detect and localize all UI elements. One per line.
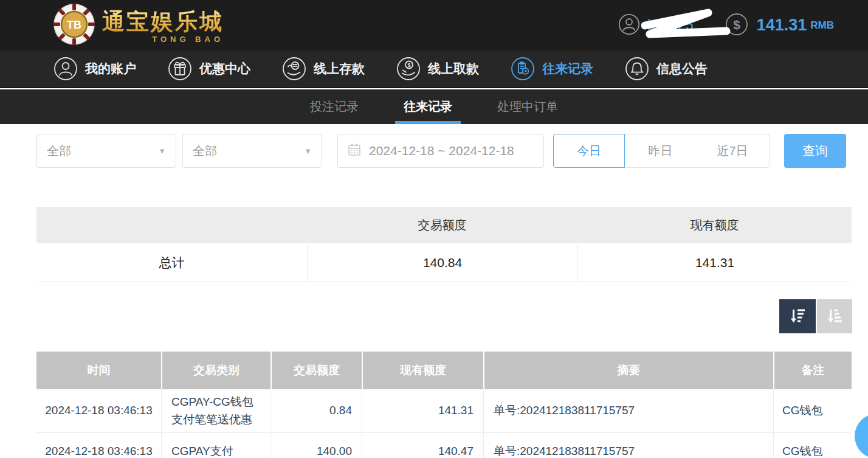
date-range-input[interactable]: 2024-12-18 ~ 2024-12-18 [337, 134, 544, 168]
top-header: TB 通宝娱乐城 TONG BAO bc7325 [0, 0, 868, 50]
sort-descending-button[interactable] [779, 299, 816, 333]
page: TB 通宝娱乐城 TONG BAO bc7325 [0, 0, 868, 458]
withdraw-icon: $ [396, 57, 421, 81]
select-value: 全部 [47, 143, 71, 159]
summary-table: 交易额度 现有额度 总计 140.84 141.31 [36, 207, 852, 282]
nav-item-promotions[interactable]: 优惠中心 [168, 57, 250, 81]
header-type: 交易类别 [161, 352, 270, 389]
records-table-header: 时间 交易类别 交易额度 现有额度 摘要 备注 [36, 352, 852, 389]
logo-subtitle: TONG BAO [102, 35, 224, 44]
nav-label: 我的账户 [85, 60, 136, 77]
header-amount: 交易额度 [270, 352, 362, 389]
last7days-button[interactable]: 近7日 [696, 134, 770, 168]
records-icon [511, 57, 535, 81]
total-balance: 141.31 [577, 243, 852, 282]
cell-note: CG钱包 [773, 389, 852, 432]
sort-ascending-icon [825, 307, 844, 325]
account-chip[interactable]: bc7325 [618, 13, 693, 38]
main-nav: 我的账户 优惠中心 [0, 50, 868, 88]
username-redacted: bc7325 [647, 17, 693, 33]
nav-item-my-account[interactable]: 我的账户 [53, 57, 136, 81]
search-button[interactable]: 查询 [784, 134, 846, 168]
tab-processing-orders[interactable]: 处理中订单 [492, 89, 563, 124]
logo-title: 通宝娱乐城 [102, 7, 224, 37]
cell-amount: 0.84 [270, 389, 362, 432]
category-select-1[interactable]: 全部 ▼ [36, 134, 176, 168]
cell-type: CGPAY支付 [161, 433, 270, 458]
nav-item-withdraw[interactable]: $ 线上取款 [396, 57, 479, 81]
header-note: 备注 [773, 352, 852, 389]
summary-header-amount: 交易额度 [307, 217, 577, 234]
tab-transaction-records[interactable]: 往来记录 [399, 89, 457, 124]
header-summary: 摘要 [483, 352, 773, 389]
cell-note: CG钱包 [773, 433, 852, 458]
calendar-icon [348, 143, 361, 159]
dollar-coin-icon: $ [725, 13, 748, 38]
deposit-icon [282, 57, 306, 81]
nav-item-records[interactable]: 往来记录 [511, 57, 593, 81]
cell-type: CGPAY-CG钱包支付笔笔送优惠 [161, 389, 270, 432]
site-logo[interactable]: TB 通宝娱乐城 TONG BAO [52, 2, 224, 49]
balance-amount: 141.31 [757, 16, 807, 35]
table-row: 2024-12-18 03:46:13 CGPAY-CG钱包支付笔笔送优惠 0.… [36, 389, 852, 433]
date-range-value: 2024-12-18 ~ 2024-12-18 [369, 144, 514, 158]
cell-time: 2024-12-18 03:46:13 [36, 389, 161, 432]
chip-label: TB [67, 19, 81, 31]
select-value: 全部 [193, 143, 217, 159]
sort-ascending-button[interactable] [817, 299, 852, 333]
tab-betting-records[interactable]: 投注记录 [305, 89, 363, 124]
summary-header-balance: 现有额度 [577, 217, 852, 234]
user-icon [53, 57, 78, 81]
chevron-down-icon: ▼ [304, 147, 312, 156]
poker-chip-icon: TB [52, 2, 96, 49]
yesterday-button[interactable]: 昨日 [624, 134, 697, 168]
record-subtabs: 投注记录 往来记录 处理中订单 [0, 89, 868, 124]
cell-summary: 单号:202412183811715757 [483, 433, 773, 458]
currency-label: RMB [810, 19, 834, 32]
nav-item-deposit[interactable]: 线上存款 [282, 57, 365, 81]
today-button[interactable]: 今日 [553, 134, 625, 168]
floating-service-button[interactable] [855, 414, 868, 458]
bell-icon [625, 57, 649, 81]
chevron-down-icon: ▼ [158, 147, 166, 156]
sort-descending-icon [788, 307, 807, 325]
cell-balance: 141.31 [362, 389, 483, 432]
svg-text:$: $ [733, 18, 740, 32]
nav-label: 线上取款 [428, 60, 479, 77]
category-select-2[interactable]: 全部 ▼ [182, 134, 322, 168]
records-table: 时间 交易类别 交易额度 现有额度 摘要 备注 2024-12-18 03:46… [36, 352, 852, 458]
cell-amount: 140.00 [270, 433, 362, 458]
balance-chip[interactable]: $ 141.31 RMB [725, 13, 834, 38]
nav-label: 往来记录 [542, 60, 593, 77]
nav-label: 优惠中心 [199, 60, 250, 77]
total-amount: 140.84 [307, 243, 577, 282]
nav-label: 信息公告 [656, 60, 708, 77]
header-balance: 现有额度 [362, 352, 483, 389]
table-row: 2024-12-18 03:46:13 CGPAY支付 140.00 140.4… [36, 433, 852, 458]
gift-icon [168, 57, 192, 81]
total-label: 总计 [36, 254, 307, 271]
cell-time: 2024-12-18 03:46:13 [36, 433, 161, 458]
header-time: 时间 [36, 352, 161, 389]
nav-label: 线上存款 [314, 60, 365, 77]
nav-item-announcements[interactable]: 信息公告 [625, 57, 708, 81]
summary-total-row: 总计 140.84 141.31 [36, 243, 852, 282]
svg-text:$: $ [407, 62, 410, 68]
cell-balance: 140.47 [362, 433, 483, 458]
user-icon [618, 13, 640, 38]
cell-summary: 单号:202412183811715757 [483, 389, 773, 432]
summary-table-header: 交易额度 现有额度 [36, 207, 852, 243]
